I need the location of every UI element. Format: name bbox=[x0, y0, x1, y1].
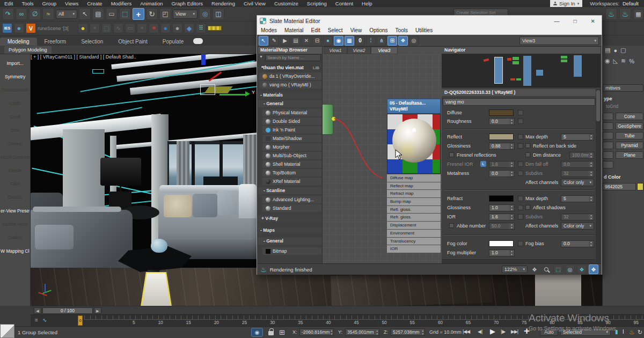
group-materials[interactable]: - Materials bbox=[258, 92, 323, 99]
show-zero-maps-icon[interactable]: 0 bbox=[355, 36, 365, 46]
menu-customize[interactable]: Customize bbox=[270, 1, 303, 6]
sign-in-button[interactable]: Sign In ▾ bbox=[550, 0, 582, 7]
material-type-item[interactable]: Shell Material bbox=[262, 160, 321, 168]
rectangular-selection-icon[interactable]: ▭ bbox=[106, 8, 118, 20]
slate-menu-select[interactable]: Select bbox=[324, 27, 347, 33]
node-slot[interactable]: Reflect map bbox=[387, 182, 441, 190]
mirror-icon[interactable]: ◫ bbox=[213, 8, 224, 20]
refract-max-depth-spinner[interactable]: 5▲▼ bbox=[561, 195, 594, 202]
reflect-color-swatch[interactable] bbox=[489, 134, 514, 140]
menu-tools[interactable]: Tools bbox=[17, 1, 38, 6]
soft-selection-icon[interactable]: ∿ bbox=[113, 23, 123, 33]
spinner-arrows-icon[interactable]: ▲▼ bbox=[422, 329, 424, 335]
material-name-field[interactable]: vang mo bbox=[443, 98, 595, 106]
material-type-item[interactable]: Standard bbox=[262, 204, 321, 212]
vertical-dots-icon[interactable]: ⁞ bbox=[366, 36, 376, 46]
material-type-item[interactable]: Physical Material bbox=[262, 109, 321, 116]
pick-material-eyedropper-icon[interactable]: ✎ bbox=[269, 36, 279, 46]
ior-map-button[interactable] bbox=[518, 214, 523, 219]
absolute-mode-xyz-icon[interactable]: ⊞ bbox=[279, 328, 285, 336]
node-slot[interactable]: Bump map bbox=[387, 198, 441, 205]
spinner-arrows-icon[interactable]: ▲▼ bbox=[509, 223, 514, 229]
time-slider[interactable]: 0 / 100 bbox=[42, 307, 93, 314]
sidebar-item[interactable]: Trim bbox=[1, 126, 30, 135]
sphere-tool-icon[interactable]: ● bbox=[14, 23, 24, 33]
sidebar-item[interactable]: Fillet bbox=[1, 179, 30, 189]
isolate-selection-toggle-icon[interactable]: ◉ bbox=[251, 328, 263, 337]
create-cone-button[interactable]: Cone bbox=[616, 113, 643, 120]
refract-glossiness-map-button[interactable] bbox=[518, 205, 523, 210]
material-params-header[interactable]: D-QQ52002263310.33 ( VRayMtl ) bbox=[442, 89, 601, 96]
fresnel-reflections-checkbox[interactable] bbox=[449, 152, 454, 157]
frame-back-button[interactable]: ◀ bbox=[34, 307, 41, 314]
fog-bias-spinner[interactable]: 0.0▲▼ bbox=[561, 240, 594, 247]
affect-channels-dropdown[interactable]: Color only▾ bbox=[561, 179, 594, 186]
select-and-link-icon[interactable]: ∞ bbox=[16, 8, 27, 20]
material-type-item[interactable]: XRef Material bbox=[262, 178, 321, 185]
node-slot[interactable]: Refl. gloss. bbox=[387, 206, 441, 214]
search-dropdown-icon[interactable]: ▼ bbox=[259, 55, 263, 58]
material-type-item[interactable]: Ink 'n Paint bbox=[262, 126, 321, 134]
spinner-arrows-icon[interactable]: ▲▼ bbox=[509, 143, 514, 149]
selection-filter-dropdown[interactable]: All▾ bbox=[56, 10, 77, 19]
create-button-clipped[interactable] bbox=[603, 151, 613, 159]
create-button-clipped[interactable] bbox=[603, 113, 613, 120]
create-button-clipped[interactable] bbox=[603, 161, 613, 168]
vray-toolbar-icon[interactable]: V bbox=[26, 23, 36, 33]
create-shapes-icon[interactable]: ◺ bbox=[613, 57, 618, 64]
navigator-map[interactable] bbox=[442, 54, 601, 87]
view-tab-1[interactable]: View1 bbox=[324, 47, 347, 54]
create-systems-icon[interactable]: % bbox=[629, 58, 634, 64]
zoom-tool-icon[interactable]: ◎ bbox=[409, 36, 419, 46]
metalness-map-button[interactable] bbox=[518, 171, 523, 176]
object-type-rollout-label[interactable]: ype bbox=[604, 96, 612, 101]
selection-region-icon[interactable]: ▢ bbox=[101, 23, 112, 33]
sidebar-item[interactable]: Symmetry bbox=[1, 72, 30, 82]
library-material-item[interactable]: da 1 ( VRayOverride... bbox=[259, 72, 321, 80]
put-to-scene-icon[interactable]: ▶ bbox=[280, 36, 290, 46]
sidebar-item[interactable]: Detach bbox=[1, 193, 30, 202]
red-starburst-icon[interactable]: ✶ bbox=[149, 23, 159, 33]
material-type-item[interactable]: Matte/Shadow bbox=[262, 135, 321, 142]
refract-subdivs-spinner[interactable]: 32▲▼ bbox=[561, 214, 594, 221]
dotted-pattern-icon[interactable]: ⠿ bbox=[196, 23, 206, 33]
slate-menu-tools[interactable]: Tools bbox=[392, 27, 412, 33]
panel-tab-icon[interactable]: ▢ bbox=[620, 47, 626, 54]
play-animation-icon[interactable]: ▶ bbox=[490, 327, 495, 335]
search-input[interactable]: Search by Name ... bbox=[265, 54, 321, 61]
diffuse-map-button[interactable] bbox=[518, 110, 523, 115]
spinner-arrows-icon[interactable]: ▲▼ bbox=[589, 171, 594, 177]
object-name-field[interactable]: 9842025 bbox=[603, 183, 636, 190]
menu-modifiers[interactable]: Modifiers bbox=[107, 1, 136, 6]
spinner-arrows-icon[interactable]: ▲▼ bbox=[589, 152, 594, 158]
view-tab-2[interactable]: View2 bbox=[347, 47, 371, 54]
loop-mode-icon[interactable]: ↻ bbox=[638, 329, 642, 336]
sidebar-item[interactable]: Import... bbox=[1, 58, 30, 68]
zoom-region-icon[interactable]: ⬚ bbox=[553, 264, 563, 274]
material-node-preview[interactable] bbox=[387, 114, 441, 174]
sidebar-item[interactable]: Cloth bbox=[1, 99, 30, 108]
create-button-clipped[interactable] bbox=[603, 132, 613, 139]
render-setup-teapot-icon[interactable]: ♨ bbox=[605, 8, 617, 20]
node-slot[interactable]: Refr. gloss. bbox=[387, 214, 441, 221]
spinner-arrows-icon[interactable]: ▲▼ bbox=[509, 171, 514, 177]
node-slot[interactable]: Refract map bbox=[387, 190, 441, 197]
show-shaded-material-icon[interactable]: ◉ bbox=[334, 36, 343, 46]
bind-to-spacewarp-icon[interactable]: ≈ bbox=[42, 8, 54, 20]
ribbon-display-toggle-icon[interactable] bbox=[193, 38, 203, 44]
redo-icon[interactable]: ↷ bbox=[2, 8, 14, 20]
material-type-item[interactable]: Morpher bbox=[262, 143, 321, 151]
create-button-clipped[interactable] bbox=[603, 142, 613, 149]
create-button-clipped[interactable] bbox=[603, 122, 613, 130]
ribbon-tab-object-paint[interactable]: Object Paint bbox=[111, 38, 155, 46]
teapot-mode-icon[interactable]: ♨ bbox=[629, 328, 635, 336]
menu-content[interactable]: Content bbox=[331, 1, 357, 6]
library-material-item[interactable]: vang mo ( VRayMtl ) bbox=[259, 81, 321, 89]
scrollbar-thumb[interactable] bbox=[596, 90, 600, 121]
params-hscrollbar[interactable] bbox=[442, 259, 595, 263]
refract-map-button[interactable] bbox=[518, 196, 523, 201]
group-general[interactable]: - General bbox=[258, 100, 323, 107]
yellow-sphere-icon[interactable]: ● bbox=[78, 23, 88, 33]
node-canvas[interactable]: 05 - Defaultasa... VRayMtl Diffuse mapRe… bbox=[323, 54, 442, 264]
glossiness-map-button[interactable] bbox=[518, 143, 523, 149]
